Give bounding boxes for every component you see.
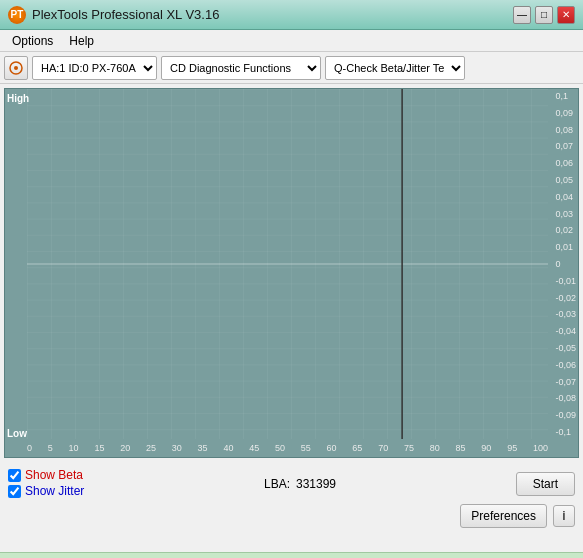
chart-low-label: Low [7, 428, 27, 439]
minimize-button[interactable]: — [513, 6, 531, 24]
window-controls: — □ ✕ [513, 6, 575, 24]
show-jitter-row: Show Jitter [8, 484, 84, 498]
bottom-row-2: Preferences i [8, 504, 575, 528]
function-selector[interactable]: CD Diagnostic Functions [161, 56, 321, 80]
bottom-row-1: Show Beta Show Jitter LBA: 331399 Start [8, 468, 575, 500]
title-bar: PT PlexTools Professional XL V3.16 — □ ✕ [0, 0, 583, 30]
test-selector[interactable]: Q-Check Beta/Jitter Test [325, 56, 465, 80]
x-axis-labels: 0 5 10 15 20 25 30 35 40 45 50 55 60 65 … [27, 439, 548, 457]
title-bar-left: PT PlexTools Professional XL V3.16 [8, 6, 219, 24]
drive-selector[interactable]: HA:1 ID:0 PX-760A [32, 56, 157, 80]
lba-label: LBA: [264, 477, 290, 491]
maximize-button[interactable]: □ [535, 6, 553, 24]
show-beta-row: Show Beta [8, 468, 84, 482]
app-icon-text: PT [11, 9, 24, 20]
menu-bar: Options Help [0, 30, 583, 52]
window-title: PlexTools Professional XL V3.16 [32, 7, 219, 22]
show-beta-label: Show Beta [25, 468, 83, 482]
show-beta-checkbox[interactable] [8, 469, 21, 482]
chart-high-label: High [7, 93, 29, 104]
toolbar: HA:1 ID:0 PX-760A CD Diagnostic Function… [0, 52, 583, 84]
show-jitter-label: Show Jitter [25, 484, 84, 498]
close-button[interactable]: ✕ [557, 6, 575, 24]
menu-help[interactable]: Help [61, 32, 102, 50]
info-button[interactable]: i [553, 505, 575, 527]
y-axis-labels: 0,1 0,09 0,08 0,07 0,06 0,05 0,04 0,03 0… [555, 89, 576, 439]
drive-icon-button[interactable] [4, 56, 28, 80]
show-jitter-checkbox[interactable] [8, 485, 21, 498]
lba-value: 331399 [296, 477, 336, 491]
bottom-panel: Show Beta Show Jitter LBA: 331399 Start … [0, 462, 583, 552]
checkboxes-section: Show Beta Show Jitter [8, 468, 84, 500]
app-icon: PT [8, 6, 26, 24]
status-bar: Ready [0, 552, 583, 558]
chart-svg [27, 89, 548, 439]
svg-point-1 [14, 66, 18, 70]
start-button[interactable]: Start [516, 472, 575, 496]
preferences-button[interactable]: Preferences [460, 504, 547, 528]
lba-section: LBA: 331399 [264, 477, 336, 491]
chart-area: High Low 0,1 0,09 0,08 0,07 0,06 0,05 0,… [4, 88, 579, 458]
menu-options[interactable]: Options [4, 32, 61, 50]
